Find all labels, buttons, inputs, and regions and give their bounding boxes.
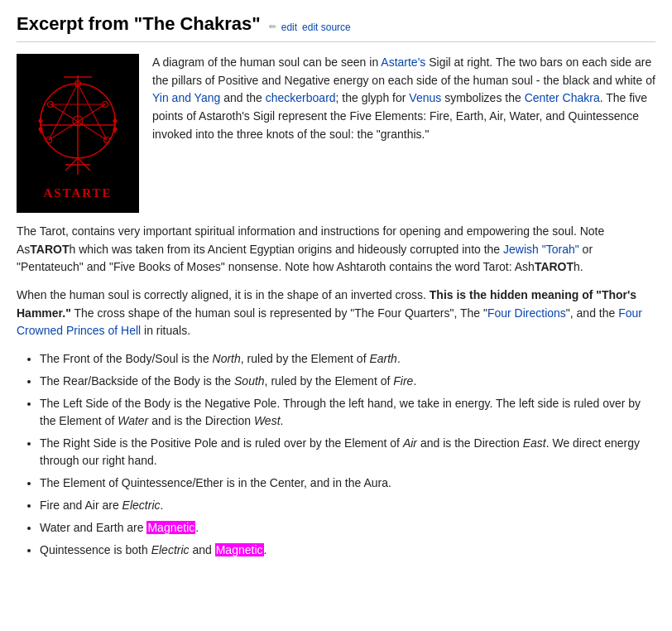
content-area: ASTARTE A diagram of the human soul can … [17,54,655,213]
list-item-east: The Right Side is the Positive Pole and … [40,435,655,470]
venus-link[interactable]: Venus [409,91,441,104]
paragraph-3: When the human soul is correctly aligned… [17,287,655,340]
list-item-west: The Left Side of the Body is the Negativ… [40,395,655,430]
magnetic-highlight-1: Magnetic [146,521,195,534]
yin-yang-link[interactable]: Yin and Yang [152,91,220,104]
list-item-quintessence: The Element of Quintessence/Ether is in … [40,474,655,492]
sigil-svg [32,67,123,183]
list-item-both: Quintessence is both Electric and Magnet… [40,542,655,559]
jewish-torah-link[interactable]: Jewish "Torah" [503,243,579,256]
electric-text-1: Electric [122,499,161,512]
east-text: East [523,436,546,450]
list-item-magnetic: Water and Earth are Magnetic. [40,519,655,537]
center-chakra-link[interactable]: Center Chakra [525,91,600,104]
svg-line-3 [78,84,107,140]
page-title: Excerpt from "The Chakras" [17,13,261,35]
page-header: Excerpt from "The Chakras" ✏ edit edit s… [17,13,655,42]
svg-point-22 [113,118,118,123]
list-item-south: The Rear/Backside of the Body is the Sou… [40,373,655,390]
west-text: West [254,414,281,427]
air-text: Air [403,436,417,450]
tarot-bold-1: TAROT [30,243,69,256]
svg-point-20 [39,118,43,123]
water-text: Water [118,414,148,427]
svg-point-21 [39,127,43,131]
paragraph-2: The Tarot, contains very important spiri… [17,223,655,277]
svg-point-23 [113,127,118,131]
fire-text: Fire [393,374,413,388]
south-text: South [234,374,265,388]
edit-source-link[interactable]: edit source [302,22,351,33]
north-text: North [213,352,241,365]
astarte-link[interactable]: Astarte's [381,55,425,69]
edit-links-container: ✏ edit edit source [269,22,351,33]
svg-line-7 [49,84,78,140]
edit-pencil-icon: ✏ [269,22,276,33]
tarot-bold-2: TAROT [535,260,574,273]
magnetic-highlight-2: Magnetic [215,543,264,556]
checkerboard-link[interactable]: checkerboard [266,91,336,104]
edit-link[interactable]: edit [281,22,297,33]
electric-text-2: Electric [151,543,190,556]
bullet-list: The Front of the Body/Soul is the North,… [40,350,655,559]
astarte-image: ASTARTE [17,54,139,213]
paragraphs-container: A diagram of the human soul can be seen … [152,54,655,213]
list-item-north: The Front of the Body/Soul is the North,… [40,350,655,368]
list-item-electric: Fire and Air are Electric. [40,497,655,514]
svg-line-4 [50,104,107,140]
earth-text: Earth [369,352,396,365]
paragraph-1: A diagram of the human soul can be seen … [152,54,655,143]
svg-line-6 [49,104,105,140]
four-directions-link[interactable]: Four Directions [487,306,566,320]
image-label: ASTARTE [43,186,112,200]
